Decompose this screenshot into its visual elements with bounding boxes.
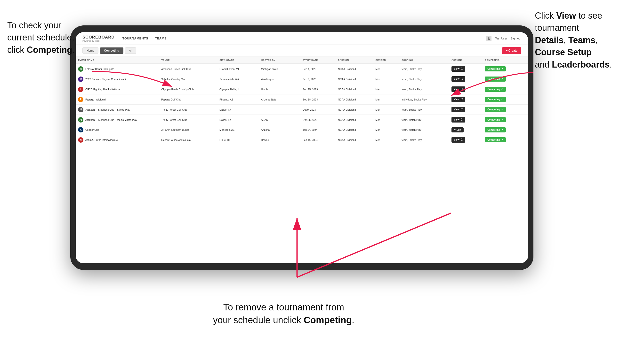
table-row: I OFCC Fighting Illini Invitational Olym…: [76, 84, 528, 94]
hosted-cell: Michigan State: [259, 64, 300, 74]
date-cell: Sep 15, 2023: [300, 84, 336, 94]
action-cell: View ⓘ: [449, 74, 482, 84]
competing-button[interactable]: Competing ✓: [485, 97, 506, 102]
user-icon: [486, 36, 492, 41]
col-header-event: EVENT NAME: [76, 56, 159, 64]
competing-cell: Competing ✓: [482, 64, 528, 74]
tab-competing[interactable]: Competing: [100, 47, 124, 54]
scoring-cell: team, Stroke Play: [399, 74, 449, 84]
view-button[interactable]: View ⓘ: [452, 107, 465, 112]
event-name: Papago Individual: [85, 98, 106, 101]
view-button[interactable]: View ⓘ: [452, 76, 465, 82]
nav-teams[interactable]: TEAMS: [155, 36, 166, 41]
action-cell: View ⓘ: [449, 84, 482, 94]
date-cell: Oct 9, 2023: [300, 105, 336, 115]
venue-cell: Trinity Forest Golf Club: [159, 105, 217, 115]
team-logo: H: [78, 137, 84, 143]
view-button[interactable]: View ⓘ: [452, 66, 465, 72]
action-cell: ✏ Edit: [449, 125, 482, 135]
competing-button[interactable]: Competing ✓: [485, 137, 506, 142]
gender-cell: Men: [373, 125, 399, 135]
view-button[interactable]: View ⓘ: [452, 137, 465, 143]
city-cell: Dallas, TX: [217, 105, 258, 115]
event-name: Jackson T. Stephens Cup – Stroke Play: [85, 108, 130, 111]
competing-button[interactable]: Competing ✓: [485, 66, 506, 71]
competing-button[interactable]: Competing ✓: [485, 87, 506, 92]
team-logo: I: [78, 87, 84, 92]
competing-cell: Competing ✓: [482, 135, 528, 145]
city-cell: Lihue, HI: [217, 135, 258, 145]
competing-cell: Competing ✓: [482, 105, 528, 115]
venue-cell: Olympia Fields Country Club: [159, 84, 217, 94]
annotation-bottom: To remove a tournament from your schedul…: [199, 301, 368, 327]
user-label: Test User: [495, 37, 507, 40]
competing-cell: Competing ✓: [482, 74, 528, 84]
col-header-venue: VENUE: [159, 56, 217, 64]
event-name: Copper Cup: [85, 128, 99, 131]
gender-cell: Men: [373, 74, 399, 84]
hosted-cell: Arizona State: [259, 94, 300, 105]
venue-cell: Papago Golf Club: [159, 94, 217, 105]
city-cell: Olympia Fields, IL: [217, 84, 258, 94]
hosted-cell: Illinois: [259, 84, 300, 94]
tournaments-table-container: EVENT NAME VENUE CITY, STATE HOSTED BY S…: [76, 56, 528, 263]
table-row: JS Jackson T. Stephens Cup – Men's Match…: [76, 115, 528, 125]
table-row: P Papago Individual Papago Golf ClubPhoe…: [76, 94, 528, 105]
table-row: H John A. Burns Intercollegiate Ocean Co…: [76, 135, 528, 145]
tablet-frame: SCOREBOARD Powered by clippi TOURNAMENTS…: [70, 25, 534, 270]
view-button[interactable]: View ⓘ: [452, 97, 465, 102]
division-cell: NCAA Division I: [336, 125, 373, 135]
division-cell: NCAA Division I: [336, 105, 373, 115]
col-header-scoring: SCORING: [399, 56, 449, 64]
division-cell: NCAA Division I: [336, 74, 373, 84]
tablet-screen: SCOREBOARD Powered by clippi TOURNAMENTS…: [76, 32, 528, 263]
competing-button[interactable]: Competing ✓: [485, 107, 506, 112]
scoring-cell: team, Stroke Play: [399, 84, 449, 94]
event-name: OFCC Fighting Illini Invitational: [85, 88, 120, 91]
col-header-city: CITY, STATE: [217, 56, 258, 64]
table-row: M Folds of Honor Collegiate American Dun…: [76, 64, 528, 74]
table-row: A Copper Cup Ak-Chin Southern DunesMaric…: [76, 125, 528, 135]
col-header-date: START DATE: [300, 56, 336, 64]
competing-button[interactable]: Competing ✓: [485, 127, 506, 133]
edit-button[interactable]: ✏ Edit: [452, 127, 464, 133]
view-button[interactable]: View ⓘ: [452, 86, 465, 92]
team-logo: JS: [78, 107, 84, 112]
team-logo: W: [78, 76, 84, 82]
nav-right: Test User Sign out: [486, 36, 521, 41]
tab-all[interactable]: All: [125, 47, 136, 54]
gender-cell: Men: [373, 64, 399, 74]
city-cell: Dallas, TX: [217, 115, 258, 125]
competing-button[interactable]: Competing ✓: [485, 117, 506, 122]
create-button[interactable]: + Create: [502, 47, 521, 54]
hosted-cell: Hawaii: [259, 135, 300, 145]
venue-cell: American Dunes Golf Club: [159, 64, 217, 74]
team-logo: A: [78, 127, 84, 133]
team-logo: P: [78, 97, 84, 102]
city-cell: Phoenix, AZ: [217, 94, 258, 105]
action-cell: View ⓘ: [449, 94, 482, 105]
division-cell: NCAA Division I: [336, 135, 373, 145]
hosted-cell: Arizona: [259, 125, 300, 135]
signout-link[interactable]: Sign out: [511, 37, 521, 40]
division-cell: NCAA Division I: [336, 94, 373, 105]
date-cell: Sep 9, 2023: [300, 74, 336, 84]
scoring-cell: team, Stroke Play: [399, 64, 449, 74]
action-cell: View ⓘ: [449, 105, 482, 115]
venue-cell: Ocean Course At Hokuala: [159, 135, 217, 145]
gender-cell: Men: [373, 94, 399, 105]
venue-cell: Trinity Forest Golf Club: [159, 115, 217, 125]
table-row: W 2023 Sahalee Players Championship Saha…: [76, 74, 528, 84]
scoring-cell: team, Stroke Play: [399, 135, 449, 145]
scoring-cell: individual, Stroke Play: [399, 94, 449, 105]
nav-tournaments[interactable]: TOURNAMENTS: [122, 36, 148, 41]
table-row: JS Jackson T. Stephens Cup – Stroke Play…: [76, 105, 528, 115]
action-cell: View ⓘ: [449, 135, 482, 145]
view-button[interactable]: View ⓘ: [452, 117, 465, 123]
annotation-top-left: To check your current schedule, click Co…: [7, 19, 100, 56]
date-cell: Sep 18, 2023: [300, 94, 336, 105]
competing-button[interactable]: Competing ✓: [485, 76, 506, 82]
venue-cell: Ak-Chin Southern Dunes: [159, 125, 217, 135]
table-body: M Folds of Honor Collegiate American Dun…: [76, 64, 528, 145]
col-header-actions: ACTIONS: [449, 56, 482, 64]
